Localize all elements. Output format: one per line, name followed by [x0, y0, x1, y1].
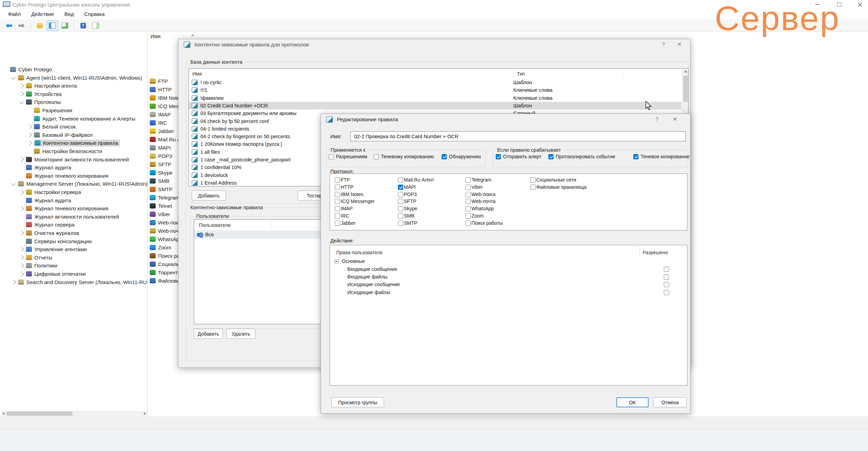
tree-item[interactable]: Контентно-зависимые правила — [28, 139, 120, 147]
protocol-list-item[interactable]: SMTP — [150, 185, 173, 193]
menu-2[interactable]: Вид — [59, 9, 79, 19]
protocol-checkbox[interactable] — [335, 199, 340, 204]
tree-item[interactable]: Отчеты — [20, 254, 52, 262]
tree-horizontal-scrollbar[interactable] — [1, 411, 147, 416]
chevron-collapsed-icon[interactable] — [19, 255, 24, 260]
users-column-header[interactable]: Пользователи — [199, 222, 231, 228]
protocol-checkbox[interactable] — [466, 213, 471, 219]
trigger-checkbox[interactable] — [548, 154, 554, 159]
allowed-checkbox[interactable] — [664, 267, 669, 272]
chevron-collapsed-icon[interactable] — [19, 91, 24, 96]
protocol-checkbox[interactable] — [335, 185, 340, 190]
content-db-row[interactable]: !!!1Ключевые слова — [189, 86, 682, 94]
tree-item[interactable]: Протоколы — [20, 98, 61, 106]
console-tree-icon[interactable] — [46, 20, 58, 31]
column-header-name[interactable]: Имя — [192, 71, 202, 77]
tree-item[interactable]: Разрешения — [28, 106, 72, 114]
tree-item[interactable]: Журнал теневого копирования — [20, 172, 108, 180]
back-arrow-icon[interactable] — [3, 20, 15, 31]
menu-0[interactable]: Файл — [3, 9, 26, 19]
tree-item[interactable]: Настройки сервера — [20, 188, 81, 196]
content-db-row[interactable]: ! no cyrlicШаблон — [189, 79, 682, 86]
tree-item[interactable]: Базовый IP-файрвол — [28, 131, 93, 139]
tree-item[interactable]: Управление агентами — [20, 245, 87, 253]
tree-item[interactable]: Белый список — [28, 123, 76, 131]
protocol-checkbox[interactable] — [398, 185, 403, 190]
protocol-list-item[interactable]: Telegram — [150, 194, 180, 201]
tree-item[interactable]: Настройки безопасности — [28, 147, 102, 155]
allowed-column-header[interactable]: Разрешено — [643, 250, 668, 255]
chevron-collapsed-icon[interactable] — [27, 124, 32, 129]
help-icon[interactable]: ? — [77, 20, 89, 31]
close-button[interactable]: ✕ — [674, 40, 685, 48]
protocol-checkbox[interactable] — [398, 177, 403, 183]
chevron-collapsed-icon[interactable] — [19, 83, 24, 88]
close-button[interactable]: ✕ — [669, 115, 681, 123]
protocol-checkbox[interactable] — [466, 192, 471, 197]
chevron-collapsed-icon[interactable] — [19, 189, 24, 194]
tree-item[interactable]: Цифровые отпечатки — [20, 270, 86, 278]
protocol-checkbox[interactable] — [466, 177, 471, 183]
chevron-collapsed-icon[interactable] — [11, 280, 16, 284]
protocol-list-item[interactable]: MAPI — [150, 144, 171, 151]
allowed-checkbox[interactable] — [664, 274, 669, 280]
tree-item[interactable]: Устройства — [20, 90, 61, 98]
chevron-collapsed-icon[interactable] — [19, 230, 24, 235]
menu-3[interactable]: Справка — [79, 9, 110, 19]
up-folder-icon[interactable] — [34, 20, 46, 31]
trigger-checkbox[interactable] — [633, 154, 639, 159]
tree-item[interactable]: Search and Discovery Server (Локально, W… — [12, 278, 148, 286]
ok-button[interactable]: OK — [616, 397, 649, 407]
tree-item[interactable]: Журнал аудита — [20, 196, 71, 204]
protocol-checkbox[interactable] — [466, 206, 471, 211]
trigger-checkbox[interactable] — [496, 154, 501, 159]
allowed-checkbox[interactable] — [664, 282, 669, 287]
forward-arrow-icon[interactable] — [16, 20, 27, 31]
chevron-collapsed-icon[interactable] — [19, 271, 24, 276]
protocol-list-item[interactable]: POP3 — [150, 152, 172, 160]
protocol-list-item[interactable]: SMB — [150, 177, 170, 185]
tree-item[interactable]: Политики — [20, 262, 57, 269]
tree-item[interactable]: Журнал аудита — [20, 163, 71, 171]
rights-column-header[interactable]: Права пользователя — [336, 250, 382, 255]
chevron-expanded-icon[interactable] — [19, 99, 24, 104]
tree-item[interactable]: Серверы консолидации — [20, 237, 92, 245]
chevron-collapsed-icon[interactable] — [19, 247, 24, 252]
protocol-list-item[interactable]: IBM Notes — [150, 94, 182, 101]
protocol-list-item[interactable]: Skype — [150, 169, 173, 176]
protocol-checkbox[interactable] — [335, 177, 340, 183]
protocol-checkbox[interactable] — [466, 199, 471, 204]
protocol-list-item[interactable]: IRC — [150, 119, 167, 126]
export-list-icon[interactable] — [59, 20, 71, 31]
chevron-collapsed-icon[interactable] — [27, 141, 32, 145]
add-content-button[interactable]: Добавить — [192, 191, 226, 201]
allowed-checkbox[interactable] — [664, 290, 669, 295]
protocol-checkbox[interactable] — [335, 221, 340, 226]
protocol-checkbox[interactable] — [398, 206, 403, 211]
chevron-collapsed-icon[interactable] — [19, 206, 24, 211]
column-header-type[interactable]: Тип — [517, 71, 525, 77]
content-db-row[interactable]: 02 Credit Card Number +OCRШаблон — [189, 102, 682, 109]
tree-item[interactable]: Мониторинг активности пользователей — [20, 156, 129, 163]
protocol-list-item[interactable]: SFTP — [150, 160, 171, 168]
protocol-checkbox[interactable] — [530, 177, 536, 183]
applies-checkbox[interactable] — [442, 154, 447, 159]
action-pane-icon[interactable] — [90, 20, 102, 31]
chevron-expanded-icon[interactable] — [11, 75, 16, 80]
chevron-collapsed-icon[interactable] — [19, 157, 24, 162]
view-group-button[interactable]: Просмотр группы — [331, 397, 384, 407]
collapse-group-icon[interactable] — [334, 259, 339, 264]
protocol-checkbox[interactable] — [530, 185, 536, 190]
protocol-checkbox[interactable] — [466, 185, 471, 190]
protocol-checkbox[interactable] — [398, 221, 403, 226]
protocol-list-item[interactable]: Viber — [150, 210, 170, 218]
help-button[interactable]: ? — [651, 115, 663, 123]
tree-item[interactable]: Cyber Protego — [4, 65, 52, 73]
chevron-expanded-icon[interactable] — [11, 181, 16, 186]
column-header-name[interactable]: Имя — [150, 33, 160, 39]
protocol-list-item[interactable]: HTTP — [150, 86, 172, 93]
add-user-button[interactable]: Добавить — [194, 329, 223, 339]
protocol-checkbox[interactable] — [335, 206, 340, 211]
applies-checkbox[interactable] — [374, 154, 379, 159]
chevron-collapsed-icon[interactable] — [27, 132, 32, 137]
